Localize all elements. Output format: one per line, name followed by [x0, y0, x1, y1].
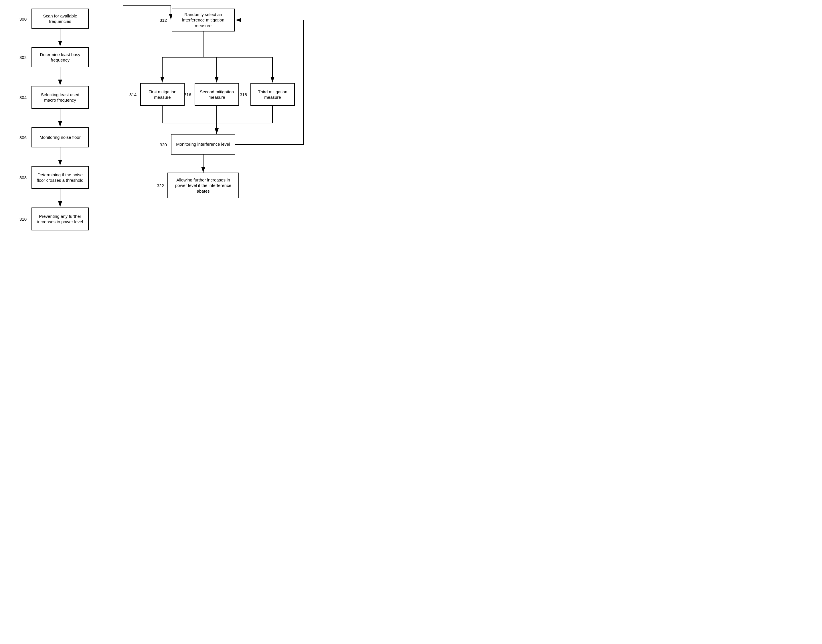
- box-306: Monitoring noise floor: [31, 127, 89, 147]
- box-310: Preventing any further increases in powe…: [31, 207, 89, 230]
- label-300: 300: [20, 17, 27, 21]
- label-302: 302: [20, 55, 27, 60]
- box-308: Determining if the noise floor crosses a…: [31, 166, 89, 189]
- label-304: 304: [20, 95, 27, 100]
- box-318: Third mitigation measure: [250, 83, 295, 106]
- box-322: Allowing further increases in power leve…: [167, 173, 239, 198]
- label-320: 320: [160, 142, 167, 147]
- box-302: Determine least busy frequency: [31, 47, 89, 67]
- label-306: 306: [20, 135, 27, 140]
- flowchart-diagram: Scan for available frequencies Determine…: [0, 0, 344, 272]
- box-320: Monitoring interference level: [171, 134, 235, 155]
- box-312: Randomly select an interference mitigati…: [172, 9, 235, 32]
- box-304: Selecting least used macro frequency: [31, 86, 89, 109]
- box-300: Scan for available frequencies: [31, 9, 89, 29]
- label-322: 322: [157, 183, 164, 188]
- label-308: 308: [20, 175, 27, 180]
- box-314: First mitigation measure: [140, 83, 185, 106]
- label-310: 310: [20, 217, 27, 222]
- label-312: 312: [160, 18, 167, 23]
- label-314: 314: [129, 92, 136, 97]
- label-318: 318: [240, 92, 247, 97]
- label-316: 316: [184, 92, 191, 97]
- box-316: Second mitigation measure: [195, 83, 239, 106]
